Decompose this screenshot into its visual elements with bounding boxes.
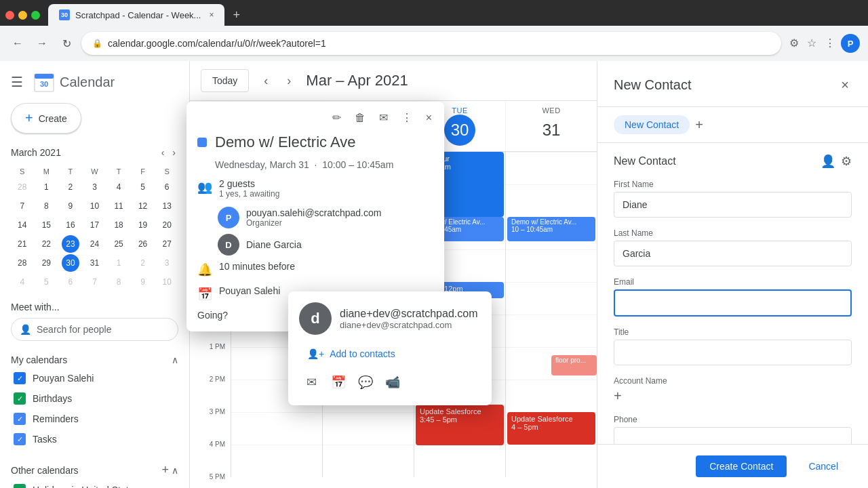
mini-cal-day-13[interactable]: 13 [158,197,176,215]
mini-cal-day-30[interactable]: 30 [62,254,79,272]
create-button[interactable]: + Create [11,103,81,134]
mini-cal-day-3[interactable]: 3 [85,178,103,196]
mini-cal-day-14[interactable]: 14 [14,216,31,234]
new-tab-button[interactable]: + [227,8,245,22]
mini-cal-day-6[interactable]: 6 [158,178,176,196]
first-name-input[interactable] [614,192,852,218]
mini-cal-day-18[interactable]: 18 [110,216,127,234]
maximize-traffic-light[interactable] [31,11,40,20]
mini-cal-day-2[interactable]: 2 [62,178,79,196]
extensions-icon[interactable]: ⚙ [787,34,802,53]
chrome-menu-icon[interactable]: ⋮ [822,34,838,53]
mini-cal-day-23[interactable]: 23 [62,235,79,253]
minimize-traffic-light[interactable] [18,11,27,20]
active-tab[interactable]: 30 Scratchpad - Calendar - Week... × [48,4,224,26]
mini-cal-day-5-apr[interactable]: 5 [37,273,55,291]
mini-cal-day-21[interactable]: 21 [14,235,31,253]
add-other-calendar-button[interactable]: + [161,463,169,477]
other-calendars-header[interactable]: Other calendars + ∧ [11,460,178,480]
mini-cal-day-12[interactable]: 12 [134,197,152,215]
wed-num[interactable]: 31 [536,115,567,146]
cancel-button[interactable]: Cancel [795,455,852,477]
week-day-wed[interactable]: WED 31 [505,101,597,151]
email-input[interactable] [614,289,852,317]
mini-cal-day-31[interactable]: 31 [85,254,103,272]
bookmark-icon[interactable]: ☆ [804,34,819,53]
mini-cal-day-1-apr[interactable]: 1 [110,254,127,272]
hamburger-icon[interactable]: ☰ [11,74,23,90]
mini-cal-day-15[interactable]: 15 [37,216,55,234]
mini-cal-day-28[interactable]: 28 [14,254,31,272]
add-contact-tab-button[interactable]: + [695,117,703,133]
forward-button[interactable]: → [33,34,52,53]
mini-cal-day-1[interactable]: 1 [37,178,55,196]
title-input[interactable] [614,340,852,365]
mini-cal-day-10[interactable]: 10 [85,197,103,215]
cal-next-button[interactable]: › [283,70,295,92]
reload-button[interactable]: ↻ [57,34,76,53]
calendar-item-holidays[interactable]: ✓ Holidays in United States [11,480,178,488]
popup-close-button[interactable]: × [422,108,436,128]
mini-cal-day-9-apr[interactable]: 9 [134,273,152,291]
contact-settings-icon[interactable]: ⚙ [841,154,852,169]
mini-cal-day-3-apr[interactable]: 3 [158,254,176,272]
today-button[interactable]: Today [201,69,249,92]
hover-chat-button[interactable]: 💬 [353,370,378,394]
demo-event-wed[interactable]: Demo w/ Electric Av... 10 – 10:45am [507,217,595,241]
mini-cal-day-20[interactable]: 20 [158,216,176,234]
mini-cal-day-19[interactable]: 19 [134,216,152,234]
tab-close-button[interactable]: × [209,10,214,20]
back-button[interactable]: ← [8,34,27,53]
new-contact-tab[interactable]: New Contact [614,115,690,134]
mini-cal-day-27[interactable]: 27 [158,235,176,253]
holidays-calendar-checkbox[interactable]: ✓ [14,484,26,488]
mini-cal-day-7[interactable]: 7 [14,197,31,215]
close-traffic-light[interactable] [5,11,14,20]
cal-prev-button[interactable]: ‹ [260,70,272,92]
mini-cal-day-7-apr[interactable]: 7 [85,273,103,291]
my-calendars-header[interactable]: My calendars ∧ [11,352,178,368]
reminders-calendar-checkbox[interactable]: ✓ [14,413,26,425]
popup-email-button[interactable]: ✉ [375,107,392,128]
hover-calendar-button[interactable]: 📅 [326,370,351,394]
tue-num[interactable]: 30 [444,115,475,146]
popup-delete-button[interactable]: 🗑 [351,108,370,128]
mini-cal-day-16[interactable]: 16 [62,216,79,234]
panel-close-button[interactable]: × [838,75,852,96]
birthdays-calendar-checkbox[interactable]: ✓ [14,392,26,405]
mini-cal-day-10-apr[interactable]: 10 [158,273,176,291]
calendar-item-reminders[interactable]: ✓ Reminders [11,409,178,429]
mini-cal-day-25[interactable]: 25 [110,235,127,253]
mini-cal-day-26[interactable]: 26 [134,235,152,253]
last-name-input[interactable] [614,241,852,266]
mini-cal-prev[interactable]: ‹ [159,144,167,161]
mini-cal-day-17[interactable]: 17 [85,216,103,234]
mini-cal-day-6-apr[interactable]: 6 [62,273,79,291]
phone-input[interactable] [614,427,852,444]
mini-cal-day-28-feb[interactable]: 28 [14,178,31,196]
mini-cal-day-24[interactable]: 24 [85,235,103,253]
mini-cal-day-11[interactable]: 11 [110,197,127,215]
update-sf2-event[interactable]: Update Salesforce 4 – 5pm [507,412,595,445]
search-people-input[interactable]: 👤 Search for people [11,318,178,341]
add-to-contacts-button[interactable]: 👤+ Add to contacts [299,343,481,365]
calendar-item-birthdays[interactable]: ✓ Birthdays [11,388,178,409]
contact-person-icon[interactable]: 👤 [821,154,835,169]
popup-more-button[interactable]: ⋮ [397,107,416,128]
update-sf1-event[interactable]: Update Salesforce 3:45 – 5pm [416,405,504,445]
profile-button[interactable]: P [841,34,860,53]
mini-cal-day-4[interactable]: 4 [110,178,127,196]
hover-video-button[interactable]: 📹 [380,370,405,394]
mini-cal-day-8-apr[interactable]: 8 [110,273,127,291]
floor-pro-event[interactable]: floor pro... [551,355,597,375]
tasks-calendar-checkbox[interactable]: ✓ [14,433,26,445]
mini-cal-day-8[interactable]: 8 [37,197,55,215]
hover-email-button[interactable]: ✉ [299,370,323,394]
calendar-item-tasks[interactable]: ✓ Tasks [11,429,178,449]
pouyan-calendar-checkbox[interactable]: ✓ [14,372,26,384]
mini-cal-day-2-apr[interactable]: 2 [134,254,152,272]
mini-cal-day-4-apr[interactable]: 4 [14,273,31,291]
calendar-item-pouyan[interactable]: ✓ Pouyan Salehi [11,368,178,388]
popup-edit-button[interactable]: ✏ [328,107,345,128]
mini-cal-day-29[interactable]: 29 [37,254,55,272]
